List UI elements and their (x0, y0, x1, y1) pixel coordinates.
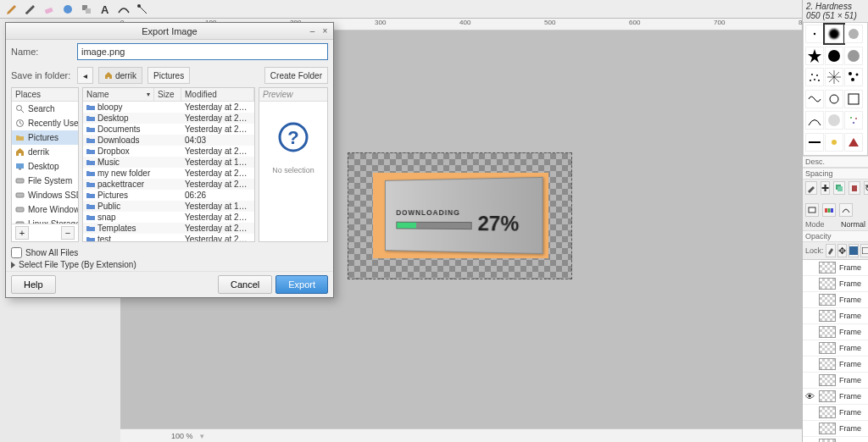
new-brush-icon[interactable]: ✚ (821, 181, 830, 195)
select-file-type-expander[interactable]: Select File Type (By Extension) (11, 260, 328, 269)
path-segment-home[interactable]: derrik (98, 67, 142, 84)
brush-item[interactable] (825, 133, 843, 152)
channels-tab-icon[interactable] (822, 203, 836, 217)
layer-row[interactable]: Frame (803, 421, 868, 437)
file-row[interactable]: DocumentsYesterday at 23:13 (83, 124, 254, 135)
eye-icon[interactable]: 👁 (805, 391, 815, 401)
place-item[interactable]: Recently Used (12, 116, 78, 130)
layer-row[interactable]: Frame (803, 340, 868, 356)
refresh-brush-icon[interactable]: ↻ (864, 181, 868, 195)
file-row[interactable]: bloopyYesterday at 23:13 (83, 102, 254, 113)
file-row[interactable]: Downloads04:03 (83, 135, 254, 146)
paintbrush-icon[interactable] (5, 3, 19, 16)
eraser-icon[interactable] (42, 3, 56, 16)
brush-item[interactable] (825, 90, 843, 108)
col-name-header[interactable]: Name ▾ (83, 88, 154, 101)
file-row[interactable]: my new folderYesterday at 23:23 (83, 168, 254, 179)
path-segment-pictures[interactable]: Pictures (147, 67, 190, 84)
file-row[interactable]: PublicYesterday at 18:20 (83, 201, 254, 212)
text-icon[interactable]: A (98, 3, 112, 16)
export-button[interactable]: Export (275, 275, 328, 294)
brush-item[interactable] (844, 111, 863, 130)
delete-brush-icon[interactable] (849, 181, 860, 195)
file-row[interactable]: TemplatesYesterday at 23:23 (83, 223, 254, 234)
layer-row[interactable]: 👁Frame (803, 389, 868, 405)
layer-row[interactable]: Frame (803, 405, 868, 421)
path-icon[interactable] (117, 3, 131, 16)
brush-item[interactable] (844, 133, 863, 152)
svg-point-19 (856, 74, 859, 76)
place-item[interactable]: File System (12, 174, 78, 188)
file-row[interactable]: Pictures06:26 (83, 190, 254, 201)
place-item[interactable]: Search (12, 102, 78, 116)
brush-item[interactable] (844, 90, 863, 108)
layer-row[interactable]: Frame (803, 276, 868, 292)
cancel-button[interactable]: Cancel (218, 275, 272, 294)
brush-item[interactable] (805, 47, 824, 65)
lock-alpha-icon[interactable] (849, 244, 859, 257)
brush-item[interactable] (805, 90, 824, 108)
brush-item[interactable] (805, 68, 824, 86)
layer-row[interactable]: Frame (803, 260, 868, 276)
remove-place-button[interactable]: − (61, 226, 75, 240)
create-folder-button[interactable]: Create Folder (264, 67, 328, 84)
col-modified-header[interactable]: Modified (181, 88, 254, 101)
file-row[interactable]: DesktopYesterday at 23:13 (83, 113, 254, 124)
col-size-header[interactable]: Size (154, 88, 181, 101)
place-item[interactable]: Windows SSD sto... (12, 188, 78, 202)
brushes-grid[interactable] (803, 22, 868, 156)
paths-tab-icon[interactable] (839, 203, 853, 217)
layer-row[interactable]: Frame (803, 308, 868, 324)
dialog-titlebar[interactable]: Export Image – × (6, 23, 333, 40)
layer-row[interactable]: Frame (803, 373, 868, 389)
layers-list[interactable]: FrameFrameFrameFrameFrameFrameFrameFrame… (803, 259, 868, 442)
file-list[interactable]: bloopyYesterday at 23:13DesktopYesterday… (83, 102, 254, 241)
brush-item[interactable] (825, 111, 843, 130)
clone-icon[interactable] (80, 3, 93, 16)
minimize-icon[interactable]: – (307, 25, 318, 36)
file-row[interactable]: testYesterday at 23:23 (83, 234, 254, 241)
place-item[interactable]: Linux Storage (12, 217, 78, 224)
duplicate-brush-icon[interactable] (833, 181, 845, 195)
place-item[interactable]: More Windows S... (12, 202, 78, 217)
file-row[interactable]: snapYesterday at 23:23 (83, 212, 254, 223)
path-back-button[interactable]: ◂ (77, 67, 93, 84)
brush-item[interactable] (825, 47, 843, 65)
close-icon[interactable]: × (320, 25, 331, 36)
brush-item[interactable] (844, 47, 863, 65)
layer-row[interactable]: Frame (803, 324, 868, 340)
layer-row[interactable]: Frame (803, 356, 868, 373)
file-row[interactable]: DropboxYesterday at 23:23 (83, 146, 254, 157)
measure-icon[interactable] (136, 3, 149, 16)
lock-position-icon[interactable]: ✥ (837, 244, 847, 257)
brush-item[interactable] (844, 25, 863, 43)
help-button[interactable]: Help (11, 275, 56, 294)
place-item[interactable]: derrik (12, 145, 78, 159)
preview-header: Preview (259, 88, 327, 102)
layer-row[interactable]: Frame (803, 292, 868, 308)
pencil-icon[interactable] (24, 3, 37, 16)
layer-row[interactable]: Frame (803, 437, 868, 442)
layers-tab-icon[interactable] (805, 203, 819, 217)
mode-value[interactable]: Normal (841, 220, 865, 229)
lock-pixels-icon[interactable] (826, 244, 836, 257)
filename-input[interactable] (77, 43, 328, 60)
canvas[interactable]: DOWNLOADING 27% (348, 152, 572, 279)
place-item[interactable]: Desktop (12, 159, 78, 174)
brush-item[interactable] (805, 25, 824, 43)
smudge-icon[interactable] (61, 3, 75, 16)
brush-item[interactable] (844, 68, 863, 86)
file-row[interactable]: packettracerYesterday at 23:23 (83, 179, 254, 190)
edit-brush-icon[interactable] (805, 181, 817, 195)
show-all-files-checkbox[interactable]: Show All Files (11, 247, 328, 258)
brush-item[interactable] (825, 68, 843, 86)
zoom-value[interactable]: 100 % (171, 432, 193, 440)
brush-item[interactable] (805, 133, 824, 152)
add-place-button[interactable]: + (15, 226, 29, 240)
brush-item[interactable] (805, 111, 824, 130)
lock-all-icon[interactable]: ☐ (860, 244, 868, 257)
place-item[interactable]: Pictures (12, 130, 78, 145)
file-row[interactable]: MusicYesterday at 18:20 (83, 157, 254, 168)
brush-item[interactable] (825, 25, 843, 43)
places-list[interactable]: SearchRecently UsedPicturesderrikDesktop… (12, 102, 78, 224)
